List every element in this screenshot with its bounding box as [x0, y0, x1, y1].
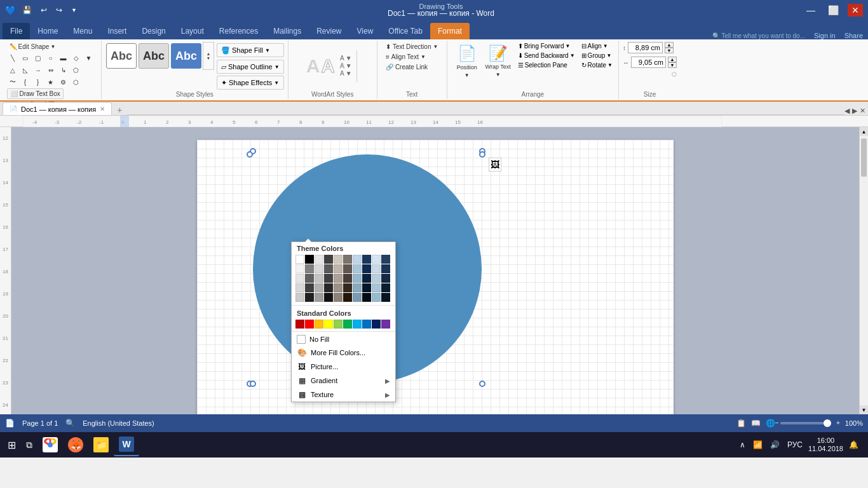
sc-purple[interactable] — [381, 320, 390, 329]
tab-references[interactable]: References — [212, 23, 266, 39]
ts34[interactable] — [324, 293, 333, 302]
scroll-up[interactable]: ▲ — [860, 127, 868, 136]
shape-wave[interactable]: 〜 — [7, 76, 18, 88]
tray-notification[interactable]: 🔔 — [847, 440, 860, 449]
ts15[interactable] — [334, 274, 342, 283]
sc-blue[interactable] — [362, 320, 371, 329]
ts28[interactable] — [362, 283, 371, 292]
tab-officetab[interactable]: Office Tab — [381, 23, 430, 39]
ts10[interactable] — [381, 264, 390, 273]
tab-format[interactable]: Format — [430, 23, 470, 39]
tab-scroll-left[interactable]: ◀ — [844, 107, 850, 115]
ts30[interactable] — [381, 283, 390, 292]
tc-lt-gray[interactable] — [315, 255, 323, 264]
ts8[interactable] — [362, 264, 371, 273]
ts24[interactable] — [324, 283, 333, 292]
redo-button[interactable]: ↪ — [53, 4, 65, 16]
ts18[interactable] — [362, 274, 371, 283]
share-button[interactable]: Share — [844, 32, 863, 39]
shape-star[interactable]: ★ — [45, 76, 57, 88]
ts22[interactable] — [305, 283, 314, 292]
ts1[interactable] — [295, 264, 304, 273]
shape-triangle[interactable]: △ — [7, 64, 18, 76]
ts36[interactable] — [343, 293, 352, 302]
scroll-thumb[interactable] — [861, 139, 867, 177]
more-fill-colors-item[interactable]: 🎨 More Fill Colors... — [292, 346, 395, 360]
ts33[interactable] — [315, 293, 323, 302]
shape-arrow-elbow[interactable]: ↳ — [58, 64, 69, 76]
ts26[interactable] — [343, 283, 352, 292]
shape-outline-button[interactable]: ▱ Shape Outline ▼ — [217, 60, 284, 74]
align-text-button[interactable]: ≡ Align Text ▼ — [383, 52, 441, 62]
shape-line[interactable]: ╲ — [7, 52, 18, 64]
shape-bracket[interactable]: { — [20, 76, 31, 88]
text-effects-btn[interactable]: A ▼ — [340, 70, 352, 77]
scroll-down[interactable]: ▼ — [860, 405, 868, 414]
sc-darkred[interactable] — [295, 320, 304, 329]
zoom-slider[interactable]: − + — [780, 422, 831, 424]
sc-ltgreen[interactable] — [334, 320, 342, 329]
draw-text-box-button[interactable]: ⬜ Draw Text Box — [7, 88, 64, 99]
align-button[interactable]: ⊟ Align ▼ — [580, 42, 614, 50]
shape-style-2[interactable]: Abc — [139, 43, 169, 69]
tc-dk-blue[interactable] — [381, 255, 390, 264]
zoom-plus[interactable]: + — [836, 419, 840, 426]
tc-pale-blue[interactable] — [372, 255, 381, 264]
tray-language[interactable]: РУС — [785, 440, 804, 449]
handle-right[interactable] — [479, 151, 485, 158]
text-fill-btn[interactable]: A ▼ — [340, 55, 352, 62]
ts13[interactable] — [315, 274, 323, 283]
tray-chevron[interactable]: ∧ — [738, 440, 747, 449]
vertical-scrollbar[interactable]: ▲ ▼ — [859, 127, 868, 414]
texture-item[interactable]: ▩ Texture ▶ — [292, 388, 395, 402]
shape-effects-button[interactable]: ✦ Shape Effects ▼ — [217, 76, 284, 90]
shape-rounded-rect[interactable]: ▢ — [32, 52, 44, 64]
shape-brace[interactable]: } — [32, 76, 44, 88]
sc-ltblue[interactable] — [353, 320, 362, 329]
shape-fill-button[interactable]: 🪣 Shape Fill ▼ — [217, 43, 284, 57]
chrome-button[interactable] — [37, 433, 63, 456]
group-button[interactable]: ⊞ Group ▼ — [580, 51, 614, 60]
minimize-button[interactable]: — — [803, 4, 819, 17]
sc-dkblue[interactable] — [372, 320, 381, 329]
height-input[interactable] — [628, 42, 663, 53]
text-outline-btn[interactable]: A ▼ — [340, 62, 352, 69]
ts27[interactable] — [353, 283, 362, 292]
ts16[interactable] — [343, 274, 352, 283]
shape-styles-dropdown[interactable]: ▲ ▼ — [203, 42, 214, 70]
tab-insert[interactable]: Insert — [100, 23, 134, 39]
width-down[interactable]: ▼ — [668, 62, 677, 68]
tray-volume[interactable]: 🔊 — [768, 440, 782, 449]
tray-network[interactable]: 📶 — [751, 440, 764, 449]
tab-scroll-right[interactable]: ▶ — [852, 107, 857, 115]
maximize-button[interactable]: ⬜ — [824, 4, 843, 17]
picture-item[interactable]: 🖼 Picture... — [292, 360, 395, 374]
ts25[interactable] — [334, 283, 342, 292]
tab-mailings[interactable]: Mailings — [266, 23, 309, 39]
tab-home[interactable]: Home — [30, 23, 65, 39]
undo-button[interactable]: ↩ — [38, 4, 50, 16]
height-up[interactable]: ▲ — [665, 42, 674, 48]
width-input[interactable] — [631, 57, 666, 68]
shape-arrow-right[interactable]: → — [32, 64, 44, 76]
sc-red[interactable] — [305, 320, 314, 329]
shape-style-1[interactable]: Abc — [106, 43, 137, 69]
sc-green[interactable] — [343, 320, 352, 329]
ts4[interactable] — [324, 264, 333, 273]
wrap-text-shortcut[interactable]: 🖼 — [489, 158, 501, 172]
word-taskbar-button[interactable]: W — [114, 433, 139, 456]
bring-forward-button[interactable]: ⬆ Bring Forward ▼ — [516, 42, 577, 50]
firefox-button[interactable]: 🦊 — [63, 433, 88, 456]
tc-white[interactable] — [295, 255, 304, 264]
qat-dropdown[interactable]: ▼ — [69, 6, 79, 15]
text-direction-button[interactable]: ⬍ Text Direction ▼ — [383, 42, 441, 51]
tc-black[interactable] — [305, 255, 314, 264]
zoom-thumb[interactable] — [824, 419, 831, 427]
shape-rect-filled[interactable]: ▬ — [58, 52, 69, 64]
zoom-minus[interactable]: − — [775, 419, 779, 426]
ts11[interactable] — [295, 274, 304, 283]
shape-style-3[interactable]: Abc — [171, 43, 201, 69]
handle-bottom-right[interactable] — [479, 381, 485, 387]
shape-arrow-double[interactable]: ⇔ — [45, 64, 57, 76]
close-tab-bar[interactable]: ✕ — [860, 107, 865, 115]
